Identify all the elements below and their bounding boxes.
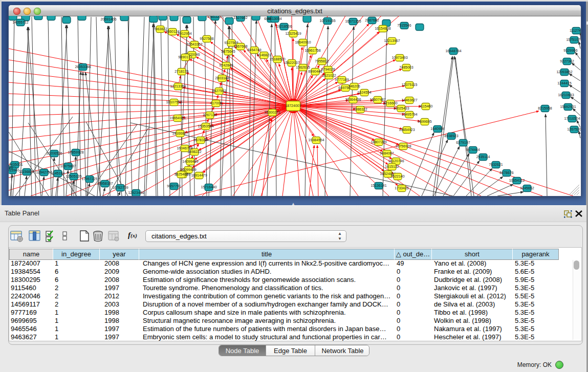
- svg-text:10107553: 10107553: [166, 100, 182, 104]
- svg-text:12942757: 12942757: [36, 170, 52, 174]
- svg-text:2087682: 2087682: [365, 18, 379, 22]
- svg-text:1562615: 1562615: [296, 65, 310, 69]
- svg-text:10751520: 10751520: [9, 166, 13, 169]
- svg-text:10958107: 10958107: [97, 182, 113, 185]
- svg-text:16782759: 16782759: [112, 186, 128, 189]
- svg-text:6379197: 6379197: [456, 141, 470, 144]
- svg-text:19166827: 19166827: [172, 132, 188, 135]
- svg-text:2803144: 2803144: [215, 76, 229, 80]
- svg-text:15751074: 15751074: [566, 38, 581, 41]
- svg-text:20364436: 20364436: [345, 98, 361, 101]
- svg-text:15692931: 15692931: [560, 105, 576, 108]
- svg-text:1615132: 1615132: [385, 165, 399, 168]
- svg-text:12093852: 12093852: [556, 70, 572, 74]
- svg-text:8813054: 8813054: [268, 17, 281, 20]
- svg-text:10853257: 10853257: [207, 16, 223, 18]
- svg-text:16961758: 16961758: [304, 49, 320, 52]
- svg-text:26053346: 26053346: [75, 65, 91, 69]
- svg-text:15622037: 15622037: [284, 61, 299, 64]
- svg-text:10973493: 10973493: [391, 56, 407, 59]
- svg-text:1244415: 1244415: [557, 81, 571, 85]
- svg-text:12923446: 12923446: [128, 191, 144, 194]
- svg-text:7632621: 7632621: [489, 163, 503, 166]
- svg-text:16648784: 16648784: [445, 49, 461, 53]
- svg-text:19218506: 19218506: [276, 25, 292, 28]
- svg-text:10975887: 10975887: [60, 164, 76, 168]
- svg-text:19654983: 19654983: [169, 116, 185, 120]
- svg-text:14099489: 14099489: [182, 160, 198, 163]
- svg-text:10719155: 10719155: [319, 19, 335, 23]
- svg-text:15353594: 15353594: [198, 124, 213, 128]
- svg-text:8912954: 8912954: [178, 32, 191, 35]
- svg-text:9699695: 9699695: [418, 120, 431, 123]
- svg-text:12213967: 12213967: [384, 39, 400, 42]
- svg-text:1640954: 1640954: [430, 127, 444, 130]
- svg-text:2935114: 2935114: [476, 155, 490, 159]
- svg-text:7485003: 7485003: [399, 65, 413, 69]
- svg-text:9657791: 9657791: [167, 184, 181, 188]
- svg-text:1267530: 1267530: [567, 127, 581, 131]
- svg-text:18724007: 18724007: [285, 104, 301, 107]
- svg-text:8215958: 8215958: [538, 106, 552, 110]
- svg-text:9115460: 9115460: [419, 104, 433, 108]
- svg-text:17859928: 17859928: [68, 150, 83, 154]
- svg-text:16120746: 16120746: [388, 159, 404, 163]
- svg-text:16607487: 16607487: [369, 98, 385, 101]
- svg-text:16210643: 16210643: [558, 93, 574, 97]
- svg-text:9474444: 9474444: [466, 148, 480, 151]
- svg-text:13654923: 13654923: [399, 128, 415, 132]
- svg-text:746206: 746206: [348, 84, 360, 88]
- svg-text:12505135: 12505135: [66, 174, 81, 178]
- svg-text:14463627: 14463627: [401, 98, 417, 102]
- svg-text:17957225: 17957225: [81, 177, 97, 181]
- svg-text:20206536: 20206536: [46, 151, 62, 155]
- svg-text:6216600: 6216600: [383, 101, 397, 105]
- svg-text:16914479: 16914479: [191, 173, 207, 177]
- svg-text:9227342: 9227342: [560, 59, 574, 63]
- svg-text:9684067: 9684067: [380, 151, 394, 155]
- svg-text:8938923: 8938923: [444, 134, 458, 138]
- svg-text:9146821: 9146821: [257, 53, 271, 57]
- svg-text:9245652: 9245652: [520, 186, 534, 190]
- svg-text:15136141: 15136141: [371, 184, 386, 187]
- svg-text:25300273: 25300273: [264, 111, 280, 114]
- svg-text:417006: 417006: [210, 101, 222, 105]
- svg-text:18807289: 18807289: [371, 140, 386, 144]
- svg-text:8454749: 8454749: [247, 48, 261, 52]
- svg-text:16671355: 16671355: [345, 19, 361, 23]
- svg-text:9242848: 9242848: [219, 63, 233, 67]
- svg-text:9327508: 9327508: [224, 41, 238, 45]
- svg-text:15716440: 15716440: [201, 185, 216, 189]
- svg-text:19384554: 19384554: [308, 138, 324, 142]
- svg-text:2718176: 2718176: [175, 70, 188, 73]
- svg-text:7955812: 7955812: [315, 59, 329, 63]
- svg-text:1145194: 1145194: [51, 171, 65, 175]
- svg-text:3267130: 3267130: [203, 113, 216, 117]
- svg-text:8427552: 8427552: [212, 89, 226, 93]
- svg-text:2367608: 2367608: [233, 45, 247, 48]
- svg-text:1112740: 1112740: [570, 29, 581, 32]
- svg-text:7986322: 7986322: [353, 107, 367, 111]
- svg-text:2522140: 2522140: [390, 174, 404, 178]
- svg-text:5875645: 5875645: [221, 50, 235, 53]
- svg-text:20691406: 20691406: [100, 17, 116, 21]
- svg-text:12375115: 12375115: [402, 83, 418, 86]
- svg-text:16543362: 16543362: [186, 42, 202, 46]
- svg-text:8678334: 8678334: [193, 138, 207, 142]
- svg-text:16154838: 16154838: [375, 27, 390, 30]
- svg-text:18640910: 18640910: [295, 40, 311, 44]
- svg-text:7625402: 7625402: [174, 172, 188, 176]
- svg-text:9794028: 9794028: [321, 68, 335, 71]
- svg-text:9777169: 9777169: [335, 78, 349, 81]
- svg-text:16046798: 16046798: [177, 146, 192, 150]
- svg-text:8990448: 8990448: [308, 70, 322, 73]
- svg-text:9527508: 9527508: [200, 37, 213, 40]
- svg-text:1624554: 1624554: [357, 91, 371, 94]
- svg-text:10756928: 10756928: [395, 144, 411, 148]
- svg-text:9890177: 9890177: [178, 55, 192, 59]
- svg-text:11156829: 11156829: [19, 170, 34, 173]
- svg-text:9329966: 9329966: [563, 49, 577, 52]
- svg-text:17016504: 17016504: [564, 117, 580, 120]
- svg-text:12325419: 12325419: [285, 32, 301, 35]
- svg-text:7515546: 7515546: [397, 24, 411, 27]
